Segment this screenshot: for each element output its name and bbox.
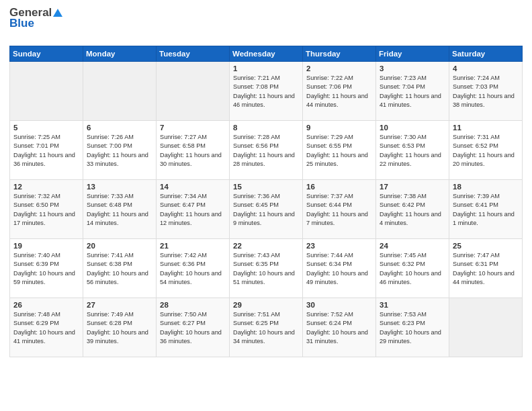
day-cell: 30Sunrise: 7:52 AMSunset: 6:24 PMDayligh…	[303, 298, 376, 357]
day-cell: 2Sunrise: 7:22 AMSunset: 7:06 PMDaylight…	[303, 62, 376, 121]
day-number: 22	[233, 242, 299, 250]
day-info: Sunrise: 7:21 AMSunset: 7:08 PMDaylight:…	[233, 74, 299, 109]
day-cell: 3Sunrise: 7:23 AMSunset: 7:04 PMDaylight…	[376, 62, 449, 121]
day-cell	[10, 62, 83, 121]
day-info: Sunrise: 7:40 AMSunset: 6:39 PMDaylight:…	[13, 251, 79, 287]
day-info: Sunrise: 7:30 AMSunset: 6:53 PMDaylight:…	[380, 133, 445, 169]
day-cell: 15Sunrise: 7:36 AMSunset: 6:45 PMDayligh…	[230, 180, 303, 239]
day-cell: 8Sunrise: 7:28 AMSunset: 6:56 PMDaylight…	[230, 121, 303, 180]
day-cell: 20Sunrise: 7:41 AMSunset: 6:38 PMDayligh…	[83, 239, 157, 298]
day-cell: 7Sunrise: 7:27 AMSunset: 6:58 PMDaylight…	[157, 121, 230, 180]
day-info: Sunrise: 7:31 AMSunset: 6:52 PMDaylight:…	[453, 133, 519, 169]
day-info: Sunrise: 7:26 AMSunset: 7:00 PMDaylight:…	[87, 133, 152, 169]
day-info: Sunrise: 7:45 AMSunset: 6:32 PMDaylight:…	[380, 251, 445, 287]
day-cell: 9Sunrise: 7:29 AMSunset: 6:55 PMDaylight…	[303, 121, 376, 180]
day-info: Sunrise: 7:24 AMSunset: 7:03 PMDaylight:…	[453, 74, 519, 109]
day-info: Sunrise: 7:33 AMSunset: 6:48 PMDaylight:…	[87, 192, 152, 228]
day-cell: 4Sunrise: 7:24 AMSunset: 7:03 PMDaylight…	[449, 62, 523, 121]
day-number: 31	[380, 301, 445, 309]
day-cell: 23Sunrise: 7:44 AMSunset: 6:34 PMDayligh…	[303, 239, 376, 298]
header: General Blue	[9, 7, 523, 40]
day-info: Sunrise: 7:34 AMSunset: 6:47 PMDaylight:…	[160, 192, 226, 228]
day-number: 25	[453, 242, 519, 250]
day-number: 29	[233, 301, 299, 309]
day-number: 2	[306, 64, 372, 73]
day-cell: 24Sunrise: 7:45 AMSunset: 6:32 PMDayligh…	[376, 239, 449, 298]
day-info: Sunrise: 7:48 AMSunset: 6:29 PMDaylight:…	[13, 310, 79, 346]
day-number: 1	[233, 64, 299, 73]
day-cell: 16Sunrise: 7:37 AMSunset: 6:44 PMDayligh…	[303, 180, 376, 239]
day-info: Sunrise: 7:51 AMSunset: 6:25 PMDaylight:…	[233, 310, 299, 346]
day-cell: 18Sunrise: 7:39 AMSunset: 6:41 PMDayligh…	[449, 180, 523, 239]
day-number: 4	[453, 64, 519, 73]
day-cell: 11Sunrise: 7:31 AMSunset: 6:52 PMDayligh…	[449, 121, 523, 180]
day-cell: 21Sunrise: 7:42 AMSunset: 6:36 PMDayligh…	[157, 239, 230, 298]
day-cell: 6Sunrise: 7:26 AMSunset: 7:00 PMDaylight…	[83, 121, 157, 180]
day-info: Sunrise: 7:28 AMSunset: 6:56 PMDaylight:…	[233, 133, 299, 169]
day-number: 30	[306, 301, 372, 309]
day-cell: 10Sunrise: 7:30 AMSunset: 6:53 PMDayligh…	[376, 121, 449, 180]
day-cell	[157, 62, 230, 121]
day-cell: 12Sunrise: 7:32 AMSunset: 6:50 PMDayligh…	[10, 180, 83, 239]
day-cell: 26Sunrise: 7:48 AMSunset: 6:29 PMDayligh…	[10, 298, 83, 357]
weekday-header-tuesday: Tuesday	[157, 46, 230, 62]
weekday-header-row: SundayMondayTuesdayWednesdayThursdayFrid…	[10, 46, 523, 62]
weekday-header-friday: Friday	[376, 46, 449, 62]
day-cell: 17Sunrise: 7:38 AMSunset: 6:42 PMDayligh…	[376, 180, 449, 239]
weekday-header-wednesday: Wednesday	[230, 46, 303, 62]
day-cell	[83, 62, 157, 121]
day-cell: 13Sunrise: 7:33 AMSunset: 6:48 PMDayligh…	[83, 180, 157, 239]
day-info: Sunrise: 7:49 AMSunset: 6:28 PMDaylight:…	[87, 310, 152, 346]
day-cell: 28Sunrise: 7:50 AMSunset: 6:27 PMDayligh…	[157, 298, 230, 357]
day-info: Sunrise: 7:42 AMSunset: 6:36 PMDaylight:…	[160, 251, 226, 287]
week-row-4: 19Sunrise: 7:40 AMSunset: 6:39 PMDayligh…	[10, 239, 523, 298]
day-number: 19	[13, 242, 79, 250]
day-number: 6	[87, 124, 152, 132]
day-number: 18	[453, 183, 519, 191]
day-number: 14	[160, 183, 226, 191]
day-info: Sunrise: 7:38 AMSunset: 6:42 PMDaylight:…	[380, 192, 445, 228]
day-number: 17	[380, 183, 445, 191]
day-number: 9	[306, 124, 372, 132]
day-cell: 31Sunrise: 7:53 AMSunset: 6:23 PMDayligh…	[376, 298, 449, 357]
day-number: 10	[380, 124, 445, 132]
day-info: Sunrise: 7:32 AMSunset: 6:50 PMDaylight:…	[13, 192, 79, 228]
day-info: Sunrise: 7:36 AMSunset: 6:45 PMDaylight:…	[233, 192, 299, 228]
logo-blue-label: Blue	[9, 17, 34, 30]
day-info: Sunrise: 7:27 AMSunset: 6:58 PMDaylight:…	[160, 133, 226, 169]
weekday-header-thursday: Thursday	[303, 46, 376, 62]
day-number: 7	[160, 124, 226, 132]
day-info: Sunrise: 7:23 AMSunset: 7:04 PMDaylight:…	[380, 74, 445, 109]
day-info: Sunrise: 7:44 AMSunset: 6:34 PMDaylight:…	[306, 251, 372, 287]
day-number: 16	[306, 183, 372, 191]
day-number: 20	[87, 242, 152, 250]
logo: General Blue	[9, 7, 70, 40]
day-number: 5	[13, 124, 79, 132]
day-number: 3	[380, 64, 445, 73]
calendar-table: SundayMondayTuesdayWednesdayThursdayFrid…	[9, 46, 523, 357]
day-cell: 27Sunrise: 7:49 AMSunset: 6:28 PMDayligh…	[83, 298, 157, 357]
day-cell: 22Sunrise: 7:43 AMSunset: 6:35 PMDayligh…	[230, 239, 303, 298]
day-number: 26	[13, 301, 79, 309]
week-row-2: 5Sunrise: 7:25 AMSunset: 7:01 PMDaylight…	[10, 121, 523, 180]
day-info: Sunrise: 7:25 AMSunset: 7:01 PMDaylight:…	[13, 133, 79, 169]
day-info: Sunrise: 7:41 AMSunset: 6:38 PMDaylight:…	[87, 251, 152, 287]
logo-arrow-icon	[52, 8, 63, 17]
week-row-1: 1Sunrise: 7:21 AMSunset: 7:08 PMDaylight…	[10, 62, 523, 121]
day-number: 28	[160, 301, 226, 309]
day-number: 12	[13, 183, 79, 191]
day-info: Sunrise: 7:43 AMSunset: 6:35 PMDaylight:…	[233, 251, 299, 287]
day-number: 23	[306, 242, 372, 250]
day-number: 8	[233, 124, 299, 132]
weekday-header-sunday: Sunday	[10, 46, 83, 62]
day-cell: 19Sunrise: 7:40 AMSunset: 6:39 PMDayligh…	[10, 239, 83, 298]
day-info: Sunrise: 7:39 AMSunset: 6:41 PMDaylight:…	[453, 192, 519, 228]
day-number: 27	[87, 301, 152, 309]
day-cell	[449, 298, 523, 357]
day-number: 13	[87, 183, 152, 191]
day-number: 21	[160, 242, 226, 250]
day-info: Sunrise: 7:50 AMSunset: 6:27 PMDaylight:…	[160, 310, 226, 346]
day-info: Sunrise: 7:52 AMSunset: 6:24 PMDaylight:…	[306, 310, 372, 346]
day-number: 15	[233, 183, 299, 191]
week-row-3: 12Sunrise: 7:32 AMSunset: 6:50 PMDayligh…	[10, 180, 523, 239]
